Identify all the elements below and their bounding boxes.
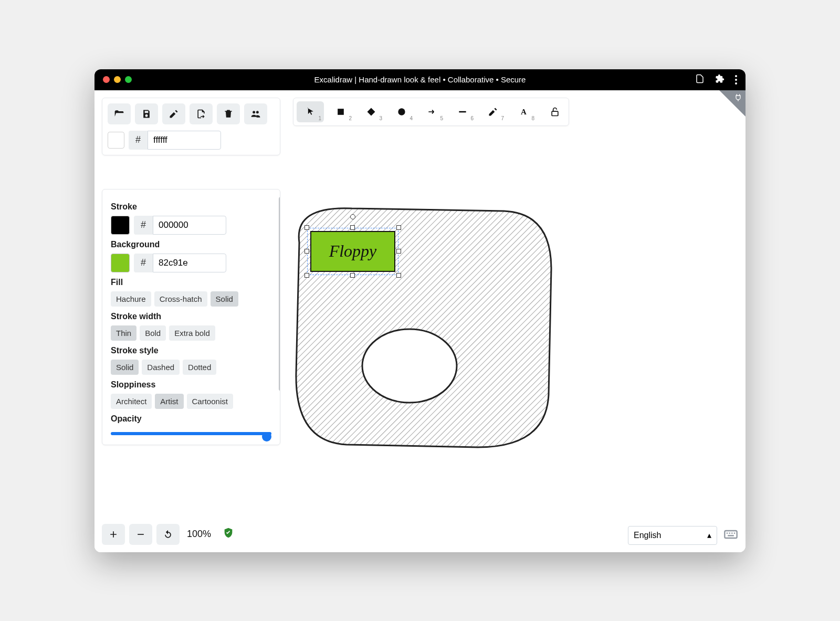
resize-handle-bl[interactable] <box>304 273 309 278</box>
svg-rect-8 <box>729 532 730 533</box>
ellipse-tool[interactable]: 4 <box>388 101 415 122</box>
extension-icon[interactable] <box>715 74 724 86</box>
rectangle-tool[interactable]: 2 <box>327 101 354 122</box>
delete-button[interactable] <box>217 103 240 124</box>
resize-handle-tm[interactable] <box>350 225 355 230</box>
stroke-style-label: Stroke style <box>111 346 271 355</box>
line-tool[interactable]: 6 <box>449 101 476 122</box>
canvas-color-input[interactable] <box>148 131 221 150</box>
sloppiness-option-architect[interactable]: Architect <box>111 394 152 409</box>
zoom-reset-button[interactable] <box>156 524 180 545</box>
fill-option-hachure[interactable]: Hachure <box>111 291 151 307</box>
svg-point-1 <box>362 329 457 403</box>
fill-label: Fill <box>111 278 271 287</box>
opacity-slider[interactable] <box>111 432 271 435</box>
svg-rect-11 <box>728 535 734 536</box>
zoom-out-button[interactable] <box>129 524 152 545</box>
lock-toggle[interactable] <box>544 101 565 122</box>
file-ops-panel: # <box>102 98 280 155</box>
resize-handle-br[interactable] <box>396 273 401 278</box>
svg-rect-7 <box>727 532 728 533</box>
plug-icon <box>734 93 742 104</box>
zoom-level: 100% <box>187 529 211 540</box>
svg-text:A: A <box>521 108 527 116</box>
properties-panel: Stroke # Background # Fill HachureCross-… <box>102 189 280 445</box>
stroke-style-option-dotted[interactable]: Dotted <box>183 360 216 375</box>
svg-rect-5 <box>552 111 558 115</box>
sloppiness-option-cartoonist[interactable]: Cartoonist <box>187 394 233 409</box>
stroke-width-option-bold[interactable]: Bold <box>140 325 166 341</box>
chevron-up-icon: ▴ <box>707 530 711 540</box>
collaborate-button[interactable] <box>244 103 267 124</box>
text-tool[interactable]: A8 <box>510 101 537 122</box>
window-title: Excalidraw | Hand-drawn look & feel • Co… <box>314 75 526 84</box>
sloppiness-label: Sloppiness <box>111 380 271 390</box>
save-button[interactable] <box>135 103 158 124</box>
svg-rect-10 <box>734 532 735 533</box>
stroke-swatch[interactable] <box>111 216 130 235</box>
svg-rect-2 <box>338 109 344 115</box>
zoom-in-button[interactable] <box>102 524 125 545</box>
maximize-window-icon[interactable] <box>125 76 132 83</box>
opacity-label: Opacity <box>111 414 271 424</box>
stroke-width-label: Stroke width <box>111 312 271 321</box>
sloppiness-option-artist[interactable]: Artist <box>155 394 183 409</box>
draw-tool[interactable]: 7 <box>479 101 507 122</box>
tool-bar: 1234567A8 <box>293 98 569 126</box>
language-select[interactable]: English ▴ <box>628 526 717 545</box>
select-tool[interactable]: 1 <box>297 101 324 122</box>
titlebar: Excalidraw | Hand-drawn look & feel • Co… <box>94 69 746 90</box>
minimize-window-icon[interactable] <box>114 76 121 83</box>
overflow-menu-icon[interactable] <box>735 75 737 85</box>
selection-box[interactable]: Floppy <box>307 228 398 275</box>
close-window-icon[interactable] <box>103 76 110 83</box>
app-body: Floppy <box>94 90 746 552</box>
selection-outline <box>307 228 398 275</box>
resize-handle-ml[interactable] <box>304 249 309 254</box>
svg-point-3 <box>398 108 405 115</box>
rotate-handle[interactable] <box>350 214 355 219</box>
fill-option-cross-hatch[interactable]: Cross-hatch <box>154 291 207 307</box>
zoom-bar: 100% <box>102 524 234 545</box>
hash-label: # <box>129 131 148 150</box>
stroke-label: Stroke <box>111 202 271 212</box>
background-color-input[interactable] <box>153 254 226 272</box>
page-icon[interactable] <box>695 74 705 86</box>
stroke-color-input[interactable] <box>153 216 226 235</box>
svg-rect-9 <box>731 532 732 533</box>
background-label: Background <box>111 240 271 249</box>
stroke-width-option-extra-bold[interactable]: Extra bold <box>169 325 215 341</box>
stroke-width-option-thin[interactable]: Thin <box>111 325 136 341</box>
hash-label: # <box>134 254 153 272</box>
export-button[interactable] <box>190 103 213 124</box>
resize-handle-tl[interactable] <box>304 225 309 230</box>
language-label: English <box>634 531 661 540</box>
canvas-color-swatch[interactable] <box>108 132 124 149</box>
app-window: Excalidraw | Hand-drawn look & feel • Co… <box>94 69 746 552</box>
background-swatch[interactable] <box>111 254 130 272</box>
resize-handle-bm[interactable] <box>350 273 355 278</box>
edit-button[interactable] <box>162 103 185 124</box>
open-button[interactable] <box>108 103 131 124</box>
encryption-shield-icon[interactable] <box>223 527 234 542</box>
resize-handle-mr[interactable] <box>396 249 401 254</box>
stroke-style-option-dashed[interactable]: Dashed <box>142 360 180 375</box>
traffic-lights <box>103 76 132 83</box>
scrollbar-thumb[interactable] <box>279 197 280 391</box>
diamond-tool[interactable]: 3 <box>358 101 385 122</box>
stroke-style-option-solid[interactable]: Solid <box>111 360 139 375</box>
keyboard-icon[interactable] <box>723 527 738 544</box>
bottom-right-bar: English ▴ <box>628 526 738 545</box>
arrow-tool[interactable]: 5 <box>418 101 446 122</box>
resize-handle-tr[interactable] <box>396 225 401 230</box>
svg-rect-6 <box>724 531 737 538</box>
hash-label: # <box>134 216 153 235</box>
fill-option-solid[interactable]: Solid <box>211 291 238 307</box>
